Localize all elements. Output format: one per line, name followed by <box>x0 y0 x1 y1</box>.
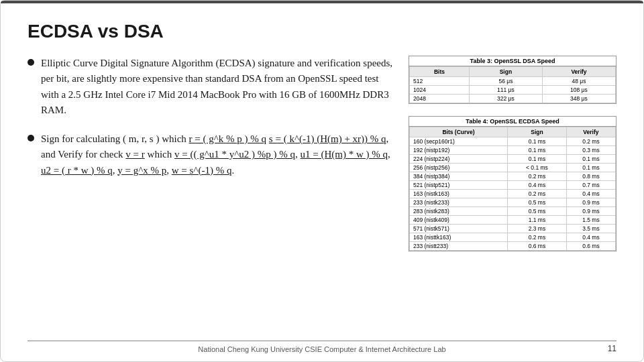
table-row: 1024 111 μs 108 μs <box>410 86 616 95</box>
table-1-header-bits: Bits <box>410 67 470 77</box>
table-row: 384 (nistp384)0.2 ms0.8 ms <box>410 172 616 181</box>
table-1-header-sign: Sign <box>469 67 542 77</box>
table-row: 2048 322 μs 348 μs <box>410 95 616 103</box>
formula-4: v = (( g^u1 * y^u2 ) %p ) % q <box>174 149 295 160</box>
table-1-title: Table 3: OpenSSL DSA Speed <box>409 56 616 66</box>
formula-5: u1 = (H(m) * w ) % q <box>301 149 388 160</box>
bullet-dot-1 <box>28 59 34 66</box>
table-2: Bits (Curve) Sign Verify 160 (secp160r1)… <box>409 127 616 251</box>
bullet-item-2: Sign for calculating ( m, r, s ) which r… <box>28 131 395 178</box>
table-row: 256 (nistp256)< 0.1 ms0.1 ms <box>410 164 616 172</box>
formula-8: w = s^(-1) % q <box>172 165 232 176</box>
table-row: 571 (nistk571)2.3 ms3.5 ms <box>410 225 616 233</box>
left-column: Elliptic Curve Digital Signature Algorit… <box>28 56 395 257</box>
table-row: 163 (nistk163)0.2 ms0.4 ms <box>410 190 616 198</box>
footer: National Cheng Kung University CSIE Comp… <box>1 345 643 353</box>
table-1: Bits Sign Verify 512 56 μs 48 μs 1024 <box>409 66 616 103</box>
top-border <box>1 1 643 3</box>
bullet-text-1: Elliptic Curve Digital Signature Algorit… <box>41 56 395 118</box>
table-1-header-verify: Verify <box>542 67 615 77</box>
table-row: 512 56 μs 48 μs <box>410 77 616 86</box>
table-1-wrapper: Table 3: OpenSSL DSA Speed Bits Sign Ver… <box>409 56 616 104</box>
formula-3: v = r <box>125 149 144 160</box>
table-2-title: Table 4: OpenSSL ECDSA Speed <box>409 117 616 127</box>
table-2-header-bits: Bits (Curve) <box>410 127 508 137</box>
table-row: 233 (nistt233)0.6 ms0.6 ms <box>410 242 616 251</box>
formula-6: u2 = ( r * w ) % q <box>41 165 113 176</box>
formula-2: s = ( k^(-1) (H(m) + xr)) % q <box>269 133 386 144</box>
table-row: 160 (secp160r1)0.1 ms0.2 ms <box>410 137 616 146</box>
table-row: 224 (nistp224)0.1 ms0.1 ms <box>410 155 616 164</box>
bullet-dot-2 <box>28 135 34 141</box>
table-row: 163 (nisttk163)0.2 ms0.4 ms <box>410 233 616 242</box>
formula-7: y = g^x % p <box>117 165 166 176</box>
formula-1: r = ( g^k % p ) % q <box>189 133 266 144</box>
table-row: 409 (nistk409)1.1 ms1.5 ms <box>410 216 616 225</box>
bullet-item-1: Elliptic Curve Digital Signature Algorit… <box>28 56 395 118</box>
footer-page-number: 11 <box>608 344 616 353</box>
footer-text: National Cheng Kung University CSIE Comp… <box>198 345 445 353</box>
bullet-text-2: Sign for calculating ( m, r, s ) which r… <box>41 131 395 178</box>
table-2-wrapper: Table 4: OpenSSL ECDSA Speed Bits (Curve… <box>409 116 616 251</box>
table-row: 233 (nistk233)0.5 ms0.9 ms <box>410 198 616 207</box>
right-column: Table 3: OpenSSL DSA Speed Bits Sign Ver… <box>409 56 616 257</box>
table-row: 283 (nistk283)0.5 ms0.9 ms <box>410 207 616 216</box>
slide-container: ECDSA vs DSA Elliptic Curve Digital Sign… <box>0 0 644 362</box>
content-area: Elliptic Curve Digital Signature Algorit… <box>28 56 616 257</box>
table-2-header-sign: Sign <box>508 127 567 137</box>
slide-title: ECDSA vs DSA <box>28 21 616 42</box>
table-row: 521 (nistp521)0.4 ms0.7 ms <box>410 181 616 190</box>
table-row: 192 (nistp192)0.1 ms0.3 ms <box>410 146 616 155</box>
table-2-header-verify: Verify <box>566 127 615 137</box>
bottom-divider <box>28 341 616 341</box>
